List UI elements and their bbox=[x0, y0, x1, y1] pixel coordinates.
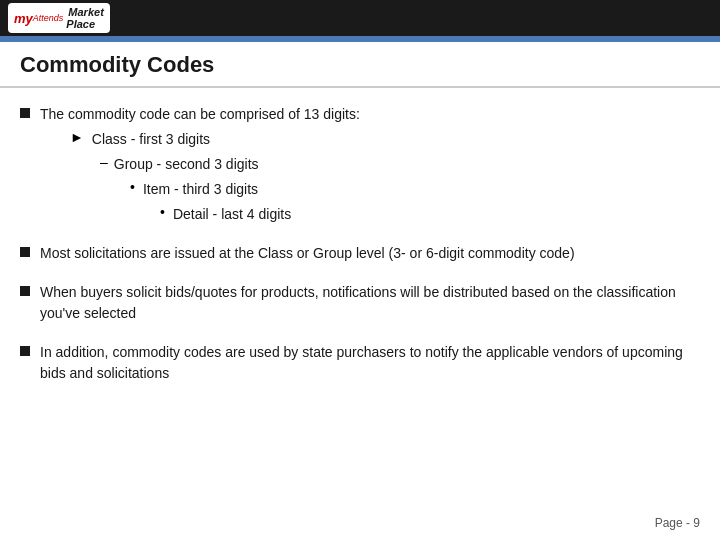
dash-icon-1: – bbox=[100, 154, 108, 170]
content-area: The commodity code can be comprised of 1… bbox=[0, 88, 720, 418]
bullet-item-1: The commodity code can be comprised of 1… bbox=[20, 104, 700, 225]
logo-market: Market bbox=[68, 6, 103, 18]
header-bar: myAttends Market Place bbox=[0, 0, 720, 36]
item-label: Item - third 3 digits bbox=[143, 179, 258, 200]
level1-class: ► Class - first 3 digits bbox=[70, 129, 360, 150]
bullet-icon-4 bbox=[20, 346, 30, 356]
logo-container: myAttends Market Place bbox=[8, 3, 110, 33]
logo-attends: Attends bbox=[33, 13, 64, 23]
bullet-icon-2 bbox=[20, 247, 30, 257]
page-number: Page - 9 bbox=[655, 516, 700, 530]
bullet-label-4: In addition, commodity codes are used by… bbox=[40, 342, 700, 384]
class-label: Class - first 3 digits bbox=[92, 129, 210, 150]
bullet-item-4: In addition, commodity codes are used by… bbox=[20, 342, 700, 384]
title-bar: Commodity Codes bbox=[0, 42, 720, 88]
bullet-icon-1 bbox=[20, 108, 30, 118]
hierarchy: ► Class - first 3 digits – Group - secon… bbox=[40, 129, 360, 225]
detail-label: Detail - last 4 digits bbox=[173, 204, 291, 225]
level3-detail: • Detail - last 4 digits bbox=[160, 204, 360, 225]
bullet-text-1: The commodity code can be comprised of 1… bbox=[40, 104, 360, 225]
arrow-icon-1: ► bbox=[70, 129, 84, 145]
bullet-label-3: When buyers solicit bids/quotes for prod… bbox=[40, 282, 700, 324]
dot-icon-1: • bbox=[130, 179, 135, 195]
bullet-icon-3 bbox=[20, 286, 30, 296]
level3-item: • Item - third 3 digits bbox=[130, 179, 360, 200]
bullet-label-1: The commodity code can be comprised of 1… bbox=[40, 106, 360, 122]
group-label: Group - second 3 digits bbox=[114, 154, 259, 175]
page-title: Commodity Codes bbox=[20, 52, 700, 78]
bullet-label-2: Most solicitations are issued at the Cla… bbox=[40, 243, 575, 264]
level2-group: – Group - second 3 digits bbox=[100, 154, 360, 175]
dot-icon-2: • bbox=[160, 204, 165, 220]
logo-my: my bbox=[14, 11, 33, 26]
bullet-item-2: Most solicitations are issued at the Cla… bbox=[20, 243, 700, 264]
bullet-item-3: When buyers solicit bids/quotes for prod… bbox=[20, 282, 700, 324]
logo-place: Place bbox=[66, 18, 103, 30]
